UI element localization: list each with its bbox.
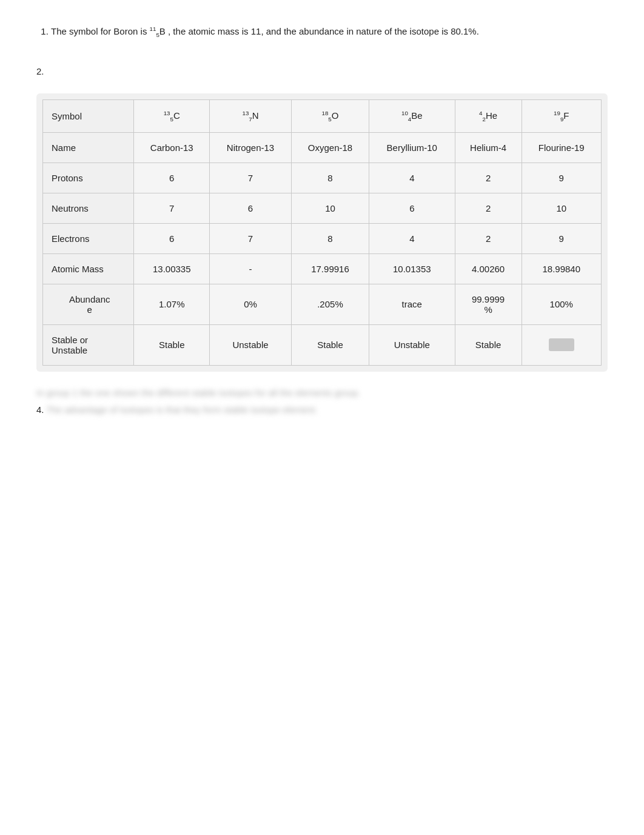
intro-item-1: The symbol for Boron is 115B , the atomi… <box>51 24 608 40</box>
row-label-protons: Protons <box>43 163 134 193</box>
isotope-table-wrapper: Symbol 135C 137N 185O 104Be 42He 199F Na… <box>36 93 608 372</box>
item4-marker: 4. <box>36 404 46 415</box>
protons-be10: 4 <box>369 163 455 193</box>
isotope-table: Symbol 135C 137N 185O 104Be 42He 199F Na… <box>42 99 602 366</box>
neutrons-be10: 6 <box>369 193 455 223</box>
mass-be10: 10.01353 <box>369 253 455 284</box>
protons-f19: 9 <box>522 163 601 193</box>
stability-he4: Stable <box>455 324 522 365</box>
footer-item-4: 4. The advantage of Isotopes is that the… <box>36 403 608 417</box>
abundance-f19: 100% <box>522 284 601 324</box>
protons-n13: 7 <box>210 163 292 193</box>
neutrons-he4: 2 <box>455 193 522 223</box>
electrons-he4: 2 <box>455 223 522 253</box>
mass-he4: 4.00260 <box>455 253 522 284</box>
table-row-electrons: Electrons 6 7 8 4 2 9 <box>43 223 602 253</box>
name-he4: Helium-4 <box>455 132 522 163</box>
electrons-c13: 6 <box>134 223 210 253</box>
abundance-n13: 0% <box>210 284 292 324</box>
name-n13: Nitrogen-13 <box>210 132 292 163</box>
row-label-atomic-mass: Atomic Mass <box>43 253 134 284</box>
symbol-n13: 137N <box>210 99 292 132</box>
stability-f19-blurred <box>549 338 574 351</box>
protons-c13: 6 <box>134 163 210 193</box>
neutrons-f19: 10 <box>522 193 601 223</box>
table-row-abundance: Abundance 1.07% 0% .205% trace 99.9999% … <box>43 284 602 324</box>
abundance-he4: 99.9999% <box>455 284 522 324</box>
neutrons-c13: 7 <box>134 193 210 223</box>
name-o18: Oxygen-18 <box>291 132 369 163</box>
item2-marker: 2. <box>36 64 44 79</box>
protons-o18: 8 <box>291 163 369 193</box>
intro-item-2 <box>36 45 608 59</box>
table-row-symbol: Symbol 135C 137N 185O 104Be 42He 199F <box>43 99 602 132</box>
electrons-f19: 9 <box>522 223 601 253</box>
intro-section: The symbol for Boron is 115B , the atomi… <box>36 24 608 79</box>
table-row-name: Name Carbon-13 Nitrogen-13 Oxygen-18 Ber… <box>43 132 602 163</box>
row-label-neutrons: Neutrons <box>43 193 134 223</box>
stability-c13: Stable <box>134 324 210 365</box>
abundance-o18: .205% <box>291 284 369 324</box>
neutrons-o18: 10 <box>291 193 369 223</box>
abundance-c13: 1.07% <box>134 284 210 324</box>
row-label-name: Name <box>43 132 134 163</box>
footer-blurred-line-1: In group 1 the one shown the different s… <box>36 386 608 400</box>
stability-o18: Stable <box>291 324 369 365</box>
row-label-electrons: Electrons <box>43 223 134 253</box>
symbol-be10: 104Be <box>369 99 455 132</box>
mass-f19: 18.99840 <box>522 253 601 284</box>
row-label-symbol: Symbol <box>43 99 134 132</box>
electrons-be10: 4 <box>369 223 455 253</box>
blurred-text-2: The advantage of Isotopes is that they f… <box>46 404 317 415</box>
electrons-n13: 7 <box>210 223 292 253</box>
stability-f19 <box>522 324 601 365</box>
name-c13: Carbon-13 <box>134 132 210 163</box>
symbol-o18: 185O <box>291 99 369 132</box>
abundance-be10: trace <box>369 284 455 324</box>
symbol-f19: 199F <box>522 99 601 132</box>
blurred-text-1: In group 1 the one shown the different s… <box>36 387 360 398</box>
protons-he4: 2 <box>455 163 522 193</box>
symbol-c13: 135C <box>134 99 210 132</box>
neutrons-n13: 6 <box>210 193 292 223</box>
name-be10: Beryllium-10 <box>369 132 455 163</box>
table-row-protons: Protons 6 7 8 4 2 9 <box>43 163 602 193</box>
mass-o18: 17.99916 <box>291 253 369 284</box>
mass-n13: - <box>210 253 292 284</box>
stability-n13: Unstable <box>210 324 292 365</box>
table-row-atomic-mass: Atomic Mass 13.00335 - 17.99916 10.01353… <box>43 253 602 284</box>
intro-text-2 <box>51 47 53 57</box>
name-f19: Flourine-19 <box>522 132 601 163</box>
table-row-stability: Stable orUnstable Stable Unstable Stable… <box>43 324 602 365</box>
stability-be10: Unstable <box>369 324 455 365</box>
row-label-stability: Stable orUnstable <box>43 324 134 365</box>
electrons-o18: 8 <box>291 223 369 253</box>
footer-notes: In group 1 the one shown the different s… <box>36 386 608 417</box>
row-label-abundance: Abundance <box>43 284 134 324</box>
symbol-he4: 42He <box>455 99 522 132</box>
table-row-neutrons: Neutrons 7 6 10 6 2 10 <box>43 193 602 223</box>
intro-text-1: The symbol for Boron is 115B , the atomi… <box>51 26 479 36</box>
mass-c13: 13.00335 <box>134 253 210 284</box>
